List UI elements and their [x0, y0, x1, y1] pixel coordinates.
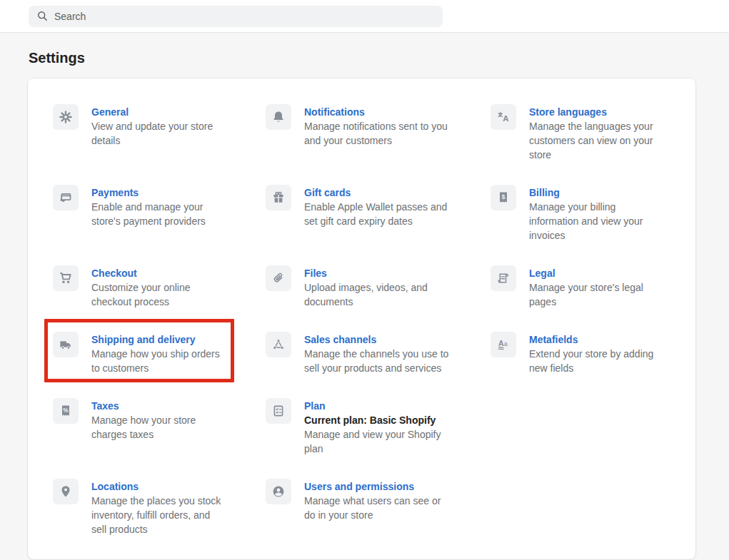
settings-item-title[interactable]: Sales channels	[304, 332, 376, 347]
settings-item-description: Customize your online checkout process	[91, 280, 228, 309]
svg-text:$: $	[501, 193, 505, 200]
settings-item-checkout[interactable]: Checkout Customize your online checkout …	[53, 265, 266, 309]
settings-item-description: Upload images, videos, and documents	[304, 280, 457, 309]
settings-item-description: Enable and manage your store's payment p…	[91, 200, 228, 228]
settings-item-files[interactable]: Files Upload images, videos, and documen…	[266, 265, 491, 309]
settings-item-title[interactable]: General	[91, 105, 129, 119]
settings-item-taxes[interactable]: % Taxes Manage how your store charges ta…	[53, 398, 266, 456]
settings-item-description: Manage the channels you use to sell your…	[304, 347, 457, 375]
settings-item-plan[interactable]: Plan Current plan: Basic Shopify Manage …	[266, 398, 491, 456]
settings-item-description: Manage the places you stock inventory, f…	[91, 494, 224, 536]
user-circle-icon	[266, 479, 291, 504]
checklist-icon	[266, 398, 291, 424]
settings-item-title[interactable]: Users and permissions	[304, 479, 414, 494]
paperclip-icon	[266, 265, 291, 291]
settings-item-description: Manage and view your Shopify plan	[304, 427, 457, 456]
map-pin-icon	[53, 479, 79, 504]
settings-item-title[interactable]: Legal	[529, 266, 555, 280]
settings-item-description: Manage your billing information and view…	[529, 200, 662, 243]
page-title: Settings	[29, 50, 729, 66]
settings-item-title[interactable]: Gift cards	[304, 185, 351, 200]
search-input[interactable]	[54, 11, 435, 22]
settings-item-title[interactable]: Shipping and delivery	[91, 332, 195, 347]
settings-item-title[interactable]: Locations	[91, 479, 139, 494]
svg-text:%: %	[63, 407, 69, 414]
settings-item-description: Enable Apple Wallet passes and set gift …	[304, 200, 457, 228]
settings-item-general[interactable]: General View and update your store detai…	[53, 104, 266, 162]
share-nodes-icon	[266, 332, 291, 357]
settings-item-legal[interactable]: Legal Manage your store's legal pages	[491, 265, 675, 309]
settings-item-title[interactable]: Billing	[529, 185, 560, 200]
settings-item-description: Manage your store's legal pages	[529, 280, 662, 309]
settings-item-title[interactable]: Payments	[91, 185, 139, 200]
settings-item-title[interactable]: Plan	[304, 399, 326, 413]
settings-item-payments[interactable]: Payments Enable and manage your store's …	[53, 185, 266, 243]
settings-item-locations[interactable]: Locations Manage the places you stock in…	[53, 479, 266, 536]
settings-item-gift-cards[interactable]: Gift cards Enable Apple Wallet passes an…	[266, 185, 491, 243]
settings-item-description: Manage how you ship orders to customers	[91, 347, 228, 375]
translate-icon: A	[491, 104, 516, 130]
bell-icon	[266, 104, 291, 130]
payment-card-icon	[53, 185, 79, 210]
gear-icon	[53, 104, 79, 130]
settings-item-title[interactable]: Store languages	[529, 105, 607, 119]
receipt-dollar-icon: $	[491, 185, 516, 210]
svg-text:A: A	[503, 114, 508, 123]
search-box[interactable]	[29, 6, 443, 27]
settings-item-description: Extend your store by adding new fields	[529, 347, 662, 375]
settings-item-description: View and update your store details	[91, 119, 228, 148]
truck-icon	[53, 332, 79, 357]
settings-item-description: Manage what users can see or do in your …	[304, 494, 441, 522]
settings-item-shipping-and-delivery[interactable]: Shipping and delivery Manage how you shi…	[53, 332, 266, 375]
topbar	[0, 0, 729, 33]
settings-item-sales-channels[interactable]: Sales channels Manage the channels you u…	[266, 332, 491, 375]
settings-item-store-languages[interactable]: A Store languages Manage the languages y…	[491, 104, 675, 162]
settings-item-title[interactable]: Taxes	[91, 399, 119, 413]
settings-item-notifications[interactable]: Notifications Manage notifications sent …	[266, 104, 491, 162]
settings-item-bold-line: Current plan: Basic Shopify	[304, 413, 457, 427]
settings-item-description: Manage how your store charges taxes	[91, 413, 228, 442]
settings-card: General View and update your store detai…	[28, 78, 695, 559]
settings-item-users-and-permissions[interactable]: Users and permissions Manage what users …	[266, 479, 491, 536]
settings-item-title[interactable]: Files	[304, 266, 327, 280]
text-aa-icon: Aa	[491, 332, 516, 357]
search-icon	[36, 10, 49, 22]
cart-icon	[53, 265, 79, 291]
settings-item-title[interactable]: Checkout	[91, 266, 137, 280]
svg-text:a: a	[504, 340, 508, 347]
gift-icon	[266, 185, 291, 210]
receipt-percent-icon: %	[53, 398, 79, 424]
settings-item-billing[interactable]: $ Billing Manage your billing informatio…	[491, 185, 675, 243]
settings-item-metafields[interactable]: Aa Metafields Extend your store by addin…	[491, 332, 675, 375]
scroll-icon	[491, 265, 516, 291]
settings-item-title[interactable]: Metafields	[529, 332, 578, 347]
settings-grid: General View and update your store detai…	[53, 104, 675, 536]
settings-item-description: Manage notifications sent to you and you…	[304, 119, 457, 148]
svg-text:A: A	[498, 339, 504, 347]
settings-item-description: Manage the languages your customers can …	[529, 119, 662, 162]
settings-item-title[interactable]: Notifications	[304, 105, 365, 119]
